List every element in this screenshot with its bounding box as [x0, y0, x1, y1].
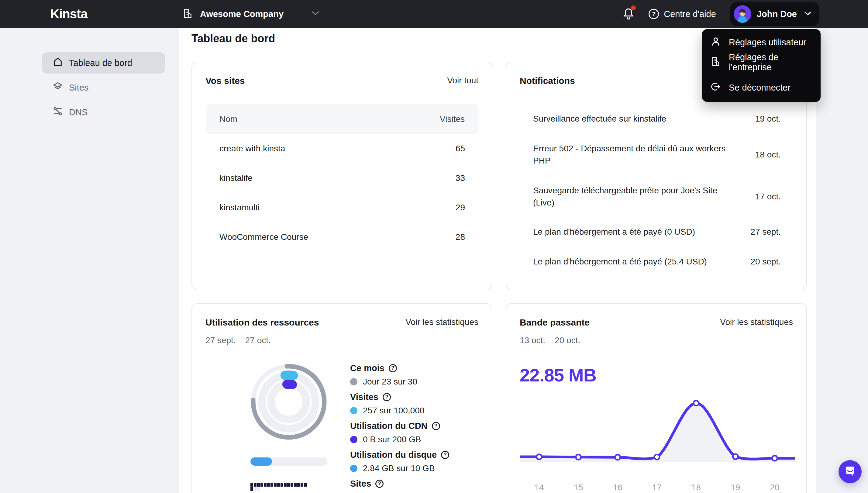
site-slot-free — [257, 487, 260, 491]
svg-text:14: 14 — [534, 483, 544, 492]
notification-row[interactable]: Surveillance effectuée sur kinstalife19 … — [533, 113, 781, 125]
site-name[interactable]: WooCommerce Course — [219, 232, 308, 242]
menu-item-label: Réglages de l'entreprise — [729, 52, 812, 72]
chevron-down-icon — [804, 11, 811, 17]
legend-color-bullet — [350, 465, 357, 472]
company-name: Awesome Company — [200, 9, 284, 19]
company-selector[interactable]: Awesome Company — [182, 0, 320, 28]
help-center-label: Centre d'aide — [664, 9, 716, 19]
site-row[interactable]: create with kinsta65 — [219, 143, 465, 154]
legend-item-visites: Visites?257 sur 100,000 — [350, 391, 487, 416]
help-tooltip-icon[interactable]: ? — [432, 422, 440, 430]
site-slot-used — [274, 483, 277, 487]
notification-row[interactable]: Le plan d'hébergement a été payé (0 USD)… — [533, 226, 781, 238]
chat-bubble-icon — [844, 465, 856, 479]
sidebar-item-tableau-de-bord[interactable]: Tableau de bord — [42, 52, 165, 73]
menu-item-label: Réglages utilisateur — [729, 37, 806, 47]
sidebar-item-dns[interactable]: DNS — [42, 102, 165, 123]
legend-label: Utilisation du disque — [350, 449, 437, 460]
notifications-bell-button[interactable] — [623, 7, 635, 21]
notification-date: 19 oct. — [755, 114, 781, 124]
user-menu-button[interactable]: John Doe — [730, 2, 819, 26]
notification-date: 20 sept. — [751, 257, 781, 266]
svg-text:20: 20 — [770, 483, 779, 492]
legend-item-utilisation-du-disque: Utilisation du disque?2.84 GB sur 10 GB — [350, 449, 487, 474]
help-tooltip-icon[interactable]: ? — [383, 393, 391, 401]
site-visits: 65 — [456, 144, 465, 153]
user-dropdown-menu: Réglages utilisateurRéglages de l'entrep… — [702, 29, 821, 102]
top-navigation-bar: Kinsta Awesome Company ? Centre d'aide — [0, 0, 868, 28]
notification-row[interactable]: Erreur 502 - Dépassement de délai dû aux… — [533, 143, 781, 167]
sidebar-navigation: Tableau de bordSitesDNS — [42, 52, 165, 123]
site-row[interactable]: kinstalife33 — [219, 172, 465, 184]
site-slot-used — [284, 483, 287, 487]
notification-date: 27 sept. — [751, 227, 781, 237]
bandwidth-total: 22.85 MB — [520, 365, 596, 386]
site-row[interactable]: WooCommerce Course28 — [219, 231, 465, 243]
notification-text: Le plan d'hébergement a été payé (25.4 U… — [533, 256, 707, 268]
site-name[interactable]: kinstamulti — [219, 203, 260, 212]
dns-icon — [52, 106, 63, 119]
kinsta-logo[interactable]: Kinsta — [50, 0, 87, 28]
svg-text:19: 19 — [731, 483, 740, 492]
resources-card-title: Utilisation des ressources — [205, 317, 319, 328]
menu-item-1[interactable]: Réglages de l'entreprise — [702, 52, 821, 72]
layers-icon — [52, 82, 63, 94]
site-row[interactable]: kinstamulti29 — [219, 202, 465, 213]
legend-value: 257 sur 100,000 — [363, 405, 424, 416]
site-slot-free — [254, 487, 257, 491]
sidebar-item-sites[interactable]: Sites — [42, 77, 165, 98]
site-visits: 29 — [456, 203, 465, 212]
bandwidth-card-title: Bande passante — [520, 317, 590, 328]
site-slot-used — [301, 483, 303, 487]
site-name[interactable]: kinstalife — [219, 173, 253, 183]
notification-text: Surveillance effectuée sur kinstalife — [533, 113, 666, 125]
site-slot-used — [257, 483, 260, 487]
legend-color-bullet — [350, 407, 357, 414]
help-center-button[interactable]: ? Centre d'aide — [649, 9, 716, 19]
menu-item-0[interactable]: Réglages utilisateur — [702, 32, 821, 52]
user-name: John Doe — [757, 9, 797, 19]
view-all-link[interactable]: Voir tout — [447, 76, 478, 85]
column-name: Nom — [219, 114, 237, 124]
sites-table-header: Nom Visites — [206, 104, 478, 134]
legend-color-bullet — [350, 378, 357, 385]
view-statistics-link[interactable]: Voir les statistiques — [406, 317, 478, 327]
live-chat-button[interactable] — [839, 460, 862, 483]
site-slot-used — [264, 483, 266, 487]
menu-divider — [702, 75, 821, 75]
legend-item-utilisation-du-cdn: Utilisation du CDN?0 B sur 200 GB — [350, 420, 487, 445]
view-statistics-link[interactable]: Voir les statistiques — [720, 317, 793, 327]
notification-text: Le plan d'hébergement a été payé (0 USD) — [533, 226, 695, 238]
bandwidth-card: Bande passante Voir les statistiques 13 … — [506, 303, 807, 493]
unread-badge-dot — [631, 5, 636, 10]
sites-card-title: Vos sites — [205, 76, 245, 86]
notifications-card-title: Notifications — [520, 76, 575, 86]
help-tooltip-icon[interactable]: ? — [389, 364, 397, 372]
question-circle-icon: ? — [649, 9, 659, 19]
legend-label: Sites — [350, 478, 371, 489]
site-visits: 33 — [456, 173, 465, 183]
legend-item-sites: Sites?18 sur 20 — [350, 478, 487, 493]
chevron-down-icon — [311, 11, 320, 17]
bandwidth-area-chart: 14151617181920Oct. — [520, 390, 795, 493]
site-slot-used — [297, 483, 300, 487]
svg-text:16: 16 — [613, 483, 623, 492]
column-visits: Visites — [440, 114, 465, 124]
notification-row[interactable]: Sauvegarde téléchargeable prête pour Joe… — [533, 185, 781, 209]
help-tooltip-icon[interactable]: ? — [375, 480, 384, 488]
legend-value: 0 B sur 200 GB — [363, 434, 421, 445]
notification-date: 18 oct. — [755, 150, 781, 159]
logout-icon — [711, 82, 721, 94]
legend-item-ce-mois: Ce mois?Jour 23 sur 30 — [350, 362, 487, 388]
bandwidth-date-range: 13 oct. – 20 oct. — [520, 336, 580, 345]
site-slot-used — [251, 483, 253, 487]
site-slot-used — [267, 483, 270, 487]
site-name[interactable]: create with kinsta — [219, 144, 285, 153]
help-tooltip-icon[interactable]: ? — [441, 451, 449, 459]
site-slot-used — [294, 483, 297, 487]
menu-item-2[interactable]: Se déconnecter — [702, 78, 821, 98]
notification-row[interactable]: Le plan d'hébergement a été payé (25.4 U… — [533, 256, 781, 268]
site-slot-used — [277, 483, 280, 487]
building-icon — [182, 8, 193, 20]
